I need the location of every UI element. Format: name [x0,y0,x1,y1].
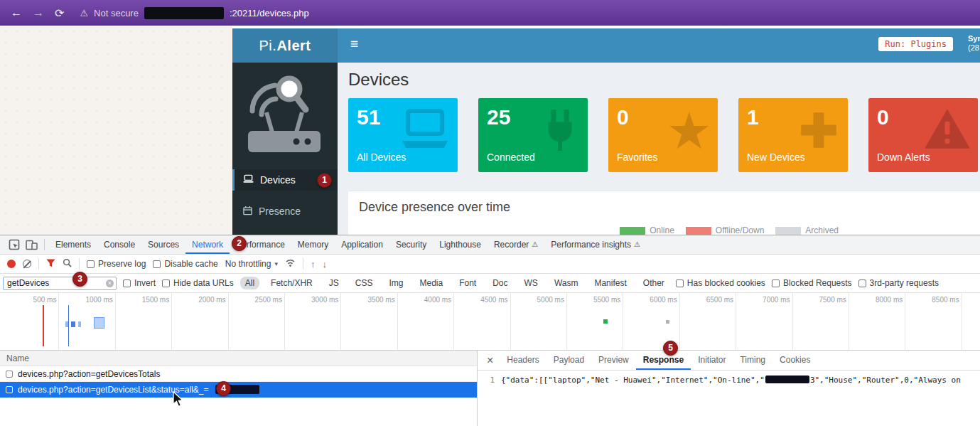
filter-type-img[interactable]: Img [384,277,408,289]
filter-type-other[interactable]: Other [638,277,669,289]
invert-checkbox[interactable]: Invert [123,278,156,288]
checkbox-label: Blocked Requests [783,278,852,288]
search-icon[interactable] [63,258,72,270]
card-connected[interactable]: 25 Connected [478,98,588,172]
legend-online[interactable]: Online [620,225,674,235]
filter-type-css[interactable]: CSS [350,277,378,289]
filter-type-media[interactable]: Media [414,277,448,289]
card-down-alerts[interactable]: 0 Down Alerts [868,98,978,172]
divider [44,239,45,250]
menu-toggle-icon[interactable]: ≡ [350,36,358,52]
network-filter-input[interactable] [3,277,117,290]
column-name-header[interactable]: Name [0,351,477,366]
filter-type-manifest[interactable]: Manifest [589,277,631,289]
legend-label: Online [650,225,674,235]
filter-type-all[interactable]: All [240,277,259,289]
card-all-devices[interactable]: 51 All Devices [348,98,458,172]
hide-data-urls-checkbox[interactable]: Hide data URLs [162,278,234,288]
filter-type-font[interactable]: Font [454,277,481,289]
annotation-step-1: 1 [317,173,332,188]
network-conditions-icon[interactable] [285,258,296,270]
request-checkbox-icon[interactable] [6,386,13,393]
tab-memory[interactable]: Memory [291,235,335,254]
filter-type-js[interactable]: JS [324,277,344,289]
request-dot [603,319,608,324]
checkbox-label: Has blocked cookies [687,278,765,288]
filter-type-doc[interactable]: Doc [488,277,512,289]
tab-headers[interactable]: Headers [500,351,546,370]
time-label: 8000 ms [849,296,905,304]
filter-type-ws[interactable]: WS [519,277,543,289]
inspect-icon[interactable] [6,239,23,250]
back-icon[interactable]: ← [11,6,22,19]
import-har-icon[interactable]: ↑ [311,259,316,270]
has-blocked-cookies-checkbox[interactable]: Has blocked cookies [676,278,765,288]
filter-icon[interactable] [46,259,55,270]
tab-security[interactable]: Security [389,235,433,254]
third-party-requests-checkbox[interactable]: 3rd-party requests [858,278,939,288]
sidebar-item-presence[interactable]: Presence [232,201,338,222]
filter-type-fetch-xhr[interactable]: Fetch/XHR [266,277,318,289]
device-toolbar-icon[interactable] [23,240,40,250]
card-favorites[interactable]: 0 Favorites ★ [608,98,718,172]
blocked-requests-checkbox[interactable]: Blocked Requests [772,278,852,288]
app-logo[interactable]: Pi.Alert [232,28,338,63]
tab-console[interactable]: Console [97,235,141,254]
tab-network[interactable]: Network [185,235,230,254]
filter-type-wasm[interactable]: Wasm [549,277,583,289]
address-bar[interactable]: ⚠ Not secure :20211/devices.php [80,7,308,19]
throttling-select[interactable]: No throttling ▾ [225,259,278,269]
tab-application[interactable]: Application [335,235,389,254]
presence-title: Device presence over time [348,191,980,215]
legend-offline[interactable]: Offline/Down [686,225,764,235]
forward-icon[interactable]: → [33,6,44,19]
sidebar: Devices Presence [232,63,338,235]
time-label: 1500 ms [116,296,172,304]
user-detail: (28, [968,43,980,53]
close-icon[interactable]: × [480,354,500,367]
browser-toolbar: ← → ⟳ ⚠ Not secure :20211/devices.php [0,0,980,26]
request-row-get-devices-list[interactable]: devices.php?action=getDevicesList&status… [0,382,477,398]
tab-response[interactable]: Response [636,351,691,370]
network-overview-timeline[interactable]: 500 ms 1000 ms 1500 ms 2000 ms 2500 ms 3… [0,293,980,351]
pialert-app: Pi.Alert ≡ Run: Plugins Sym (28, [232,28,980,235]
record-button[interactable] [7,260,16,268]
tab-payload[interactable]: Payload [546,351,591,370]
refresh-icon[interactable]: ⟳ [55,6,64,20]
brand-bold: Alert [276,38,311,54]
export-har-icon[interactable]: ↓ [322,259,327,270]
request-checkbox-icon[interactable] [6,371,13,378]
tab-recorder[interactable]: Recorder ⚠ [488,235,544,254]
time-label: 6000 ms [623,296,679,304]
disable-cache-checkbox[interactable]: Disable cache [153,259,217,269]
card-new-devices[interactable]: 1 New Devices [738,98,848,172]
tab-preview[interactable]: Preview [591,351,636,370]
time-label: 2000 ms [172,296,228,304]
divider [38,258,39,270]
tab-initiator[interactable]: Initiator [691,351,733,370]
run-plugins-button[interactable]: Run: Plugins [878,37,953,51]
redacted-response-value [765,376,809,383]
user-info[interactable]: Sym (28, [968,34,980,53]
not-secure-label[interactable]: Not secure [94,8,139,18]
time-label: 4500 ms [454,296,510,304]
preserve-log-checkbox[interactable]: Preserve log [87,259,146,269]
tab-sources[interactable]: Sources [141,235,185,254]
calendar-icon [243,206,252,218]
plug-icon [538,107,582,159]
checkbox-label: 3rd-party requests [870,278,939,288]
chevron-down-icon: ▾ [274,260,278,267]
tab-lighthouse[interactable]: Lighthouse [433,235,488,254]
tab-elements[interactable]: Elements [49,235,97,254]
tab-timing[interactable]: Timing [733,351,772,370]
network-filterbar: × Invert Hide data URLs All Fetch/XHR JS… [0,274,980,293]
request-row-get-totals[interactable]: devices.php?action=getDevicesTotals [0,366,477,382]
legend-archived[interactable]: Archived [775,225,839,235]
timeline-labels: 500 ms 1000 ms 1500 ms 2000 ms 2500 ms 3… [0,293,980,304]
response-body[interactable]: 1 {"data":[["laptop","Net - Huawei","Int… [478,371,980,385]
tab-performance-insights[interactable]: Performance insights ⚠ [544,235,647,254]
clear-icon[interactable] [23,260,31,268]
network-bottom-split: Name devices.php?action=getDevicesTotals… [0,351,980,426]
tab-cookies[interactable]: Cookies [772,351,817,370]
clear-filter-icon[interactable]: × [106,279,114,287]
